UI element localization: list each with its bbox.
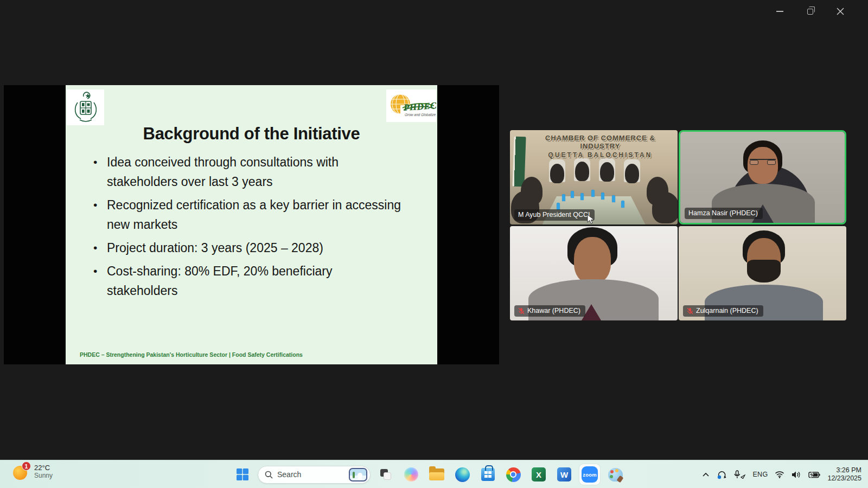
- volume-button[interactable]: [792, 471, 801, 479]
- excel-icon: X: [532, 467, 546, 481]
- sync-status-button[interactable]: [717, 470, 726, 479]
- mouse-cursor: [587, 214, 595, 225]
- battery-charging-icon: [808, 471, 820, 478]
- speaker-icon: [792, 471, 801, 479]
- participant-name-tag: M Ayub President QCCI: [514, 209, 595, 221]
- phdec-logo-text: PHDEC: [403, 100, 436, 113]
- tray-overflow-button[interactable]: [702, 472, 710, 477]
- zoom-app-icon: zoom: [582, 466, 598, 483]
- close-button[interactable]: [832, 4, 848, 18]
- edge-button[interactable]: [452, 464, 473, 485]
- person-silhouette: [575, 162, 589, 181]
- water-bottle: [562, 194, 565, 201]
- copilot-button[interactable]: [401, 464, 422, 485]
- close-icon: [837, 8, 844, 15]
- clock-date: 12/23/2025: [827, 474, 861, 483]
- search-box[interactable]: [258, 466, 371, 484]
- zoom-app-button[interactable]: zoom: [579, 464, 600, 485]
- system-tray: ENG 3:26 PM: [702, 460, 864, 488]
- video-tile-hamza-nasir[interactable]: Hamza Nasir (PHDEC): [679, 130, 846, 224]
- person-silhouette: [600, 162, 614, 182]
- excel-button[interactable]: X: [528, 464, 549, 485]
- search-input[interactable]: [277, 470, 341, 479]
- water-bottle: [571, 191, 574, 198]
- chrome-button[interactable]: [503, 464, 524, 485]
- pakistan-flag: [512, 137, 526, 187]
- clock[interactable]: 3:26 PM 12/23/2025: [827, 466, 861, 483]
- search-highlight-image[interactable]: [349, 468, 367, 481]
- participant-name: Khawar (PHDEC): [527, 307, 580, 314]
- mic-muted-icon: [518, 307, 525, 314]
- battery-button[interactable]: [808, 471, 820, 478]
- copilot-icon: [404, 467, 418, 481]
- file-explorer-button[interactable]: [426, 464, 447, 485]
- video-tile-khawar[interactable]: Khawar (PHDEC): [510, 226, 678, 320]
- mic-in-use-button[interactable]: [733, 470, 745, 479]
- slide-title: Background of the Initiative: [66, 124, 437, 144]
- person-beard: [747, 260, 781, 282]
- presentation-slide: PHDEC Grow and Globalize Background of t…: [66, 85, 437, 364]
- screen-share-area: PHDEC Grow and Globalize Background of t…: [4, 85, 499, 364]
- taskbar-center: X W zoom: [232, 460, 626, 488]
- participant-name-tag: Khawar (PHDEC): [514, 305, 585, 317]
- person-face: [748, 147, 778, 184]
- participant-name: M Ayub President QCCI: [518, 211, 590, 219]
- participant-name: Zulqarnain (PHDEC): [696, 307, 758, 314]
- window-controls: [771, 4, 848, 18]
- water-bottle: [580, 193, 584, 200]
- chevron-up-icon: [702, 472, 710, 477]
- slide-bullet: Recognized certification as a key barrie…: [88, 195, 404, 234]
- clock-time: 3:26 PM: [836, 466, 861, 474]
- phdec-logo: PHDEC Grow and Globalize: [386, 89, 436, 122]
- task-view-button[interactable]: [375, 464, 396, 485]
- chrome-icon: [506, 467, 521, 482]
- edge-icon: [455, 467, 470, 482]
- minimize-icon: [776, 11, 783, 12]
- minimize-button[interactable]: [771, 4, 788, 18]
- mic-muted-icon: [687, 307, 693, 314]
- wifi-icon: [775, 471, 784, 478]
- restore-icon: [807, 9, 813, 15]
- sync-icon: [717, 470, 726, 479]
- windows-logo-icon: [236, 468, 249, 481]
- weather-condition: Sunny: [34, 472, 53, 479]
- person-silhouette: [625, 164, 639, 183]
- video-tile-zulqarnain[interactable]: Zulqarnain (PHDEC): [679, 226, 846, 320]
- banner-line2: QUETTA BALOCHISTAN: [526, 151, 674, 159]
- taskbar: 1 22°C Sunny X: [0, 460, 868, 488]
- slide-bullet: Project duration: 3 years (2025 – 2028): [88, 238, 404, 258]
- slide-bullet-list: Idea conceived through consultations wit…: [88, 152, 404, 304]
- banner-line1: CHAMBER OF COMMERCE & INDUSTRY: [526, 134, 674, 150]
- microsoft-store-button[interactable]: [477, 464, 498, 485]
- water-bottle: [591, 190, 595, 197]
- notification-badge: 1: [22, 461, 31, 471]
- weather-widget[interactable]: 1 22°C Sunny: [9, 463, 57, 481]
- wifi-button[interactable]: [775, 471, 784, 478]
- person-silhouette: [652, 192, 678, 223]
- file-explorer-icon: [429, 468, 444, 480]
- restore-button[interactable]: [802, 4, 818, 18]
- word-icon: W: [557, 467, 571, 481]
- language-indicator[interactable]: ENG: [752, 471, 768, 478]
- task-view-icon: [380, 469, 391, 480]
- weather-temperature: 22°C: [34, 464, 53, 472]
- conference-wall-banner: CHAMBER OF COMMERCE & INDUSTRY QUETTA BA…: [526, 134, 674, 159]
- search-icon: [265, 471, 273, 479]
- water-bottle: [612, 195, 615, 202]
- water-bottle: [621, 201, 624, 208]
- microsoft-store-icon: [481, 468, 495, 481]
- slide-bullet: Cost-sharing: 80% EDF, 20% beneficiary s…: [88, 261, 404, 300]
- participant-name: Hamza Nasir (PHDEC): [688, 209, 758, 217]
- word-button[interactable]: W: [554, 464, 575, 485]
- start-button[interactable]: [232, 464, 253, 485]
- microphone-icon: [733, 470, 745, 479]
- pakistan-emblem-icon: [70, 92, 101, 123]
- paint-icon: [608, 468, 623, 481]
- participant-name-tag: Zulqarnain (PHDEC): [683, 305, 763, 317]
- video-tile-m-ayub[interactable]: CHAMBER OF COMMERCE & INDUSTRY QUETTA BA…: [510, 130, 678, 224]
- slide-bullet: Idea conceived through consultations wit…: [88, 152, 404, 191]
- participant-name-tag: Hamza Nasir (PHDEC): [685, 208, 763, 219]
- pakistan-emblem-logo: [67, 89, 104, 125]
- person-silhouette: [550, 164, 564, 183]
- paint-button[interactable]: [605, 464, 626, 485]
